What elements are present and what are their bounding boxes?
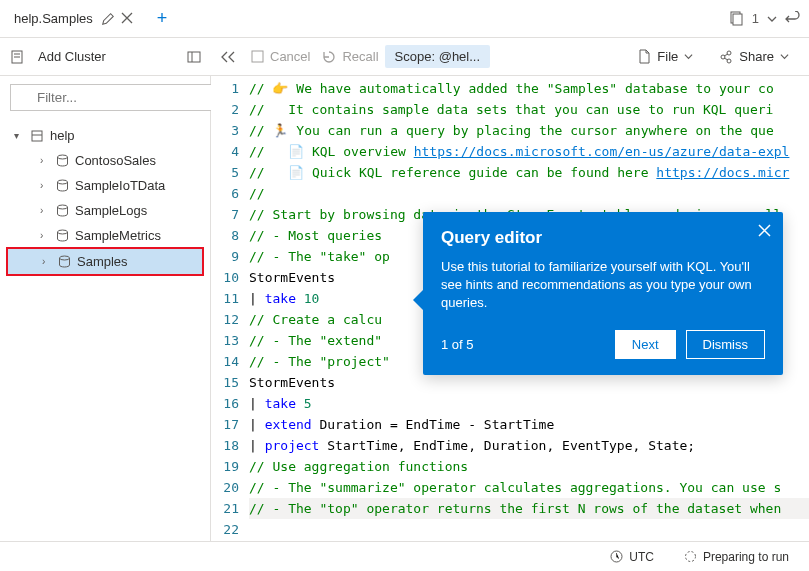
sidebar: ▾ help › ContosoSales › SampleIoTData › … (0, 76, 211, 541)
close-icon[interactable] (758, 224, 771, 237)
collapse-icon[interactable] (221, 51, 235, 63)
chevron-right-icon: › (40, 180, 50, 191)
svg-rect-5 (188, 52, 200, 62)
undo-icon[interactable] (785, 11, 801, 27)
copy-count: 1 (752, 11, 759, 26)
tree-item-label: SampleIoTData (75, 178, 165, 193)
tree-item-label: SampleMetrics (75, 228, 161, 243)
cancel-button[interactable]: Cancel (245, 45, 316, 68)
tree-item-samples[interactable]: › Samples (8, 249, 202, 274)
copy-icon[interactable] (728, 11, 744, 27)
database-icon (30, 129, 44, 143)
svg-rect-11 (32, 131, 42, 141)
tutorial-step: 1 of 5 (441, 337, 474, 352)
svg-point-17 (60, 256, 70, 260)
panel-icon[interactable] (187, 50, 201, 64)
svg-point-14 (58, 180, 68, 184)
svg-point-13 (58, 155, 68, 159)
database-icon (58, 255, 71, 268)
tutorial-callout: Query editor Use this tutorial to famili… (423, 212, 783, 375)
tree-root-help[interactable]: ▾ help (0, 123, 210, 148)
tree-item-label: SampleLogs (75, 203, 147, 218)
tab-help-samples[interactable]: help.Samples (8, 7, 139, 30)
share-menu[interactable]: Share (713, 45, 795, 68)
recall-button[interactable]: Recall (316, 45, 384, 68)
svg-rect-7 (252, 51, 263, 62)
edit-icon[interactable] (101, 12, 115, 26)
timezone-button[interactable]: UTC (604, 546, 660, 568)
svg-point-9 (721, 55, 725, 59)
chevron-right-icon: › (40, 155, 50, 166)
line-gutter: 1234567891011121314151617181920212223 (211, 76, 249, 541)
svg-point-8 (727, 51, 731, 55)
tab-title: help.Samples (14, 11, 93, 26)
svg-point-19 (685, 552, 695, 562)
chevron-down-icon[interactable] (767, 14, 777, 24)
chevron-right-icon: › (40, 230, 50, 241)
status-bar: UTC Preparing to run (0, 541, 809, 571)
tutorial-title: Query editor (441, 228, 765, 248)
next-button[interactable]: Next (615, 330, 676, 359)
file-menu[interactable]: File (632, 45, 699, 68)
tree-item-label: ContosoSales (75, 153, 156, 168)
run-status: Preparing to run (678, 546, 795, 568)
svg-point-16 (58, 230, 68, 234)
chevron-right-icon: › (42, 256, 52, 267)
chevron-right-icon: › (40, 205, 50, 216)
tree-item-samplelogs[interactable]: › SampleLogs (0, 198, 210, 223)
cluster-icon (10, 50, 24, 64)
close-icon[interactable] (121, 12, 133, 26)
tutorial-body: Use this tutorial to familiarize yoursel… (441, 258, 765, 312)
chevron-down-icon: ▾ (14, 130, 24, 141)
tree-item-sampleiotdata[interactable]: › SampleIoTData (0, 173, 210, 198)
tree-item-contososales[interactable]: › ContosoSales (0, 148, 210, 173)
new-tab-button[interactable]: + (157, 8, 168, 29)
tree-item-label: Samples (77, 254, 128, 269)
tree-root-label: help (50, 128, 75, 143)
cluster-tree: ▾ help › ContosoSales › SampleIoTData › … (0, 119, 210, 280)
database-icon (56, 204, 69, 217)
database-icon (56, 154, 69, 167)
svg-point-10 (727, 59, 731, 63)
add-cluster-button[interactable]: Add Cluster (32, 45, 112, 68)
database-icon (56, 179, 69, 192)
database-icon (56, 229, 69, 242)
scope-selector[interactable]: Scope: @hel... (385, 45, 490, 68)
tree-item-samplemetrics[interactable]: › SampleMetrics (0, 223, 210, 248)
dismiss-button[interactable]: Dismiss (686, 330, 766, 359)
filter-input[interactable] (10, 84, 215, 111)
svg-rect-1 (733, 14, 742, 25)
svg-point-15 (58, 205, 68, 209)
